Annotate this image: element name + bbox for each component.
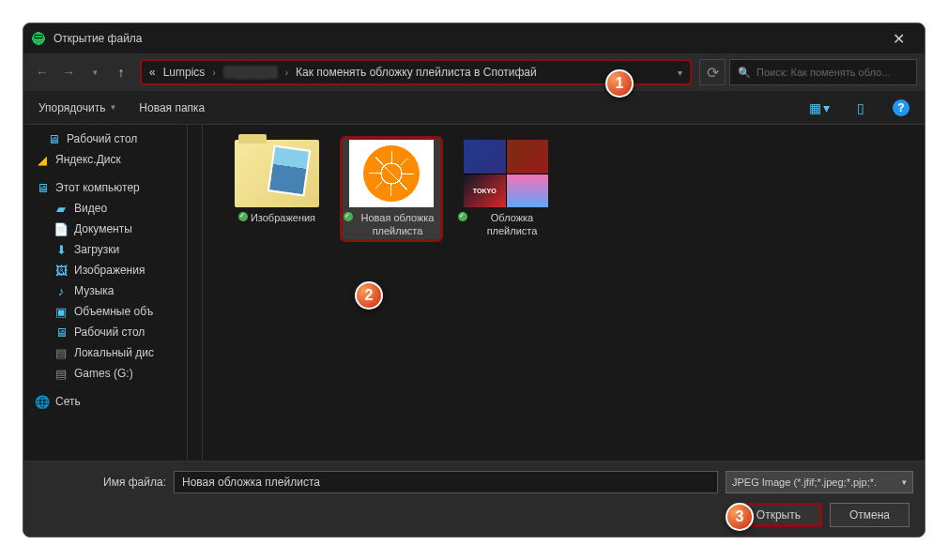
sidebar-item-localdisk[interactable]: ▤Локальный дис [23, 342, 187, 363]
desktop-icon: 🖥 [46, 131, 61, 146]
sidebar-item-music[interactable]: ♪Музыка [23, 280, 187, 301]
sidebar-item-volumes[interactable]: ▣Объемные объ [23, 301, 187, 322]
sidebar-item-docs[interactable]: 📄Документы [23, 219, 187, 239]
spotify-icon [31, 31, 46, 46]
file-list: Изображения Новая обложка плейлиста TOKY… [188, 125, 925, 461]
search-placeholder: Поиск: Как поменять обло... [757, 67, 890, 78]
sidebar-item-downloads[interactable]: ⬇Загрузки [23, 239, 187, 260]
disk-icon: ▤ [54, 345, 69, 360]
dialog-body: 🖥Рабочий стол ◢Яндекс.Диск 🖥Этот компьют… [23, 125, 925, 461]
close-button[interactable]: ✕ [879, 30, 917, 48]
sidebar-item-desktop2[interactable]: 🖥Рабочий стол [23, 322, 187, 342]
refresh-button[interactable]: ⟳ [699, 59, 726, 85]
new-folder-button[interactable]: Новая папка [139, 101, 205, 114]
file-item-folder[interactable]: Изображения [225, 136, 329, 228]
sidebar: 🖥Рабочий стол ◢Яндекс.Диск 🖥Этот компьют… [23, 125, 188, 461]
music-icon: ♪ [54, 283, 69, 298]
callout-2: 2 [355, 281, 383, 310]
callout-3: 3 [726, 503, 754, 531]
scrollbar[interactable] [188, 125, 203, 461]
downloads-icon: ⬇ [54, 242, 69, 257]
sidebar-item-yandex[interactable]: ◢Яндекс.Диск [23, 149, 187, 170]
sync-icon [344, 212, 353, 221]
breadcrumb-seg-1[interactable]: Lumpics [163, 66, 206, 79]
cancel-button[interactable]: Отмена [830, 503, 910, 527]
up-button[interactable]: ↑ [110, 61, 132, 83]
desktop-icon: 🖥 [54, 325, 69, 340]
titlebar: Открытие файла ✕ [23, 23, 925, 53]
sidebar-item-thispc[interactable]: 🖥Этот компьютер [23, 177, 187, 198]
docs-icon: 📄 [54, 221, 69, 236]
search-input[interactable]: 🔍 Поиск: Как поменять обло... [729, 59, 917, 85]
toolbar: Упорядочить ▼ Новая папка ▦▾ ▯ ? [23, 91, 925, 125]
breadcrumb-dropdown[interactable]: ▾ [678, 68, 682, 78]
breadcrumb-seg-2[interactable]: ████ [223, 66, 278, 79]
back-button[interactable]: ← [31, 61, 54, 83]
organize-button[interactable]: Упорядочить ▼ [38, 101, 116, 114]
sync-icon [458, 212, 467, 221]
sidebar-item-video[interactable]: ▰Видео [23, 198, 187, 219]
callout-1: 1 [605, 69, 634, 98]
preview-pane-button[interactable]: ▯ [851, 100, 870, 115]
video-icon: ▰ [54, 201, 69, 216]
file-label: Новая обложка плейлиста [356, 211, 439, 238]
chevron-right-icon: › [285, 68, 288, 78]
file-item-cover[interactable]: TOKYO Обложка плейлиста [454, 136, 558, 242]
sidebar-item-desktop[interactable]: 🖥Рабочий стол [23, 129, 187, 149]
disk-icon: ▤ [54, 366, 69, 381]
yandex-icon: ◢ [35, 152, 50, 167]
navbar: ← → ▾ ↑ « Lumpics › ████ › Как поменять … [23, 53, 925, 91]
chevron-down-icon: ▼ [109, 103, 116, 112]
new-folder-label: Новая папка [139, 101, 205, 114]
breadcrumb-seg-3[interactable]: Как поменять обложку плейлиста в Спотифа… [296, 66, 537, 79]
help-button[interactable]: ? [893, 99, 910, 116]
window-title: Открытие файла [54, 32, 879, 45]
image-thumbnail: TOKYO [464, 140, 548, 207]
file-dialog-window: Открытие файла ✕ ← → ▾ ↑ « Lumpics › ███… [23, 23, 925, 537]
breadcrumb-root: « [149, 66, 156, 79]
organize-label: Упорядочить [38, 101, 105, 114]
filetype-label: JPEG Image (*.jfif;*.jpeg;*.pjp;*. [732, 477, 877, 488]
chevron-right-icon: › [212, 68, 215, 78]
sidebar-item-network[interactable]: 🌐Сеть [23, 391, 187, 412]
file-item-selected[interactable]: Новая обложка плейлиста [340, 136, 443, 242]
file-label: Изображения [251, 211, 315, 224]
folder-icon [235, 140, 319, 207]
filetype-dropdown[interactable]: JPEG Image (*.jfif;*.jpeg;*.pjp;*. ▾ [726, 471, 913, 493]
image-thumbnail [349, 140, 434, 207]
chevron-down-icon: ▾ [902, 477, 907, 487]
sidebar-item-games[interactable]: ▤Games (G:) [23, 363, 187, 384]
view-options-button[interactable]: ▦▾ [810, 100, 829, 115]
search-icon: 🔍 [738, 67, 751, 79]
file-label: Обложка плейлиста [470, 211, 554, 238]
network-icon: 🌐 [35, 394, 50, 409]
pc-icon: 🖥 [35, 180, 50, 195]
sync-icon [238, 212, 248, 221]
cube-icon: ▣ [54, 304, 69, 319]
dialog-footer: Имя файла: JPEG Image (*.jfif;*.jpeg;*.p… [23, 461, 925, 537]
forward-button[interactable]: → [57, 61, 80, 83]
filename-label: Имя файла: [35, 476, 166, 489]
filename-input[interactable] [174, 471, 718, 493]
pictures-icon: 🖼 [54, 263, 69, 278]
recent-dropdown[interactable]: ▾ [84, 61, 106, 83]
sidebar-item-pictures[interactable]: 🖼Изображения [23, 260, 187, 280]
